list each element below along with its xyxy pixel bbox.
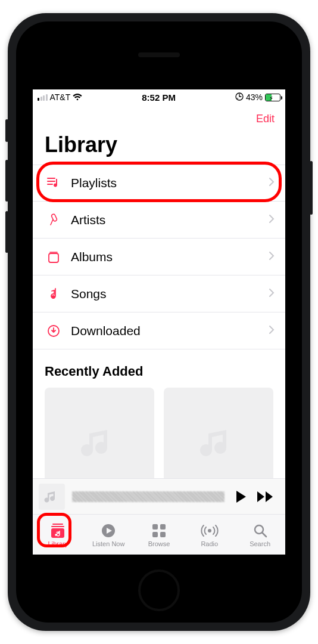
now-playing-title-redacted xyxy=(72,491,225,502)
cellular-signal-icon xyxy=(38,94,48,101)
library-row-songs[interactable]: Songs xyxy=(33,275,285,312)
browse-tab-icon xyxy=(152,522,166,539)
listen-now-tab-icon xyxy=(101,522,116,539)
tab-listen-now[interactable]: Listen Now xyxy=(83,515,134,555)
music-placeholder-icon xyxy=(79,422,120,463)
status-bar: AT&T 8:52 PM 43% ⚡︎ xyxy=(33,89,285,105)
svg-rect-8 xyxy=(152,524,158,530)
tab-search[interactable]: Search xyxy=(235,515,285,555)
row-label: Downloaded xyxy=(71,324,269,338)
library-tab-icon xyxy=(49,522,66,539)
mute-switch xyxy=(5,119,8,142)
search-tab-icon xyxy=(253,522,267,539)
carrier-label: AT&T xyxy=(50,92,71,102)
library-row-artists[interactable]: Artists xyxy=(33,202,285,239)
now-playing-artwork xyxy=(39,484,65,510)
section-header-recently-added: Recently Added xyxy=(33,349,285,388)
tab-label: Library xyxy=(48,540,68,547)
battery-percentage: 43% xyxy=(246,92,263,102)
music-placeholder-icon xyxy=(44,489,60,504)
clock: 8:52 PM xyxy=(142,92,176,103)
volume-down-button xyxy=(5,211,8,253)
svg-rect-11 xyxy=(160,532,166,537)
charging-bolt-icon: ⚡︎ xyxy=(269,94,273,102)
chevron-right-icon xyxy=(269,325,275,337)
playlist-icon xyxy=(45,177,63,190)
power-button xyxy=(310,161,313,215)
music-placeholder-icon xyxy=(198,422,239,463)
downloaded-icon xyxy=(45,324,63,338)
screen: AT&T 8:52 PM 43% ⚡︎ xyxy=(33,89,285,555)
iphone-device-frame: AT&T 8:52 PM 43% ⚡︎ xyxy=(8,13,310,631)
library-list: Playlists Artists xyxy=(33,165,285,349)
svg-point-6 xyxy=(55,534,58,536)
tab-bar: Library Listen Now Browse xyxy=(33,514,285,555)
volume-up-button xyxy=(5,160,8,202)
album-icon xyxy=(45,250,63,264)
tab-browse[interactable]: Browse xyxy=(134,515,185,555)
library-row-albums[interactable]: Albums xyxy=(33,239,285,275)
next-track-button[interactable] xyxy=(257,491,275,503)
svg-rect-2 xyxy=(49,253,58,262)
chevron-right-icon xyxy=(269,214,275,226)
page-title: Library xyxy=(33,132,285,165)
svg-rect-1 xyxy=(51,213,58,221)
svg-point-12 xyxy=(208,529,211,532)
chevron-right-icon xyxy=(269,288,275,300)
artist-icon xyxy=(45,213,63,227)
tab-label: Browse xyxy=(148,540,170,547)
tab-radio[interactable]: Radio xyxy=(184,515,235,555)
battery-icon: ⚡︎ xyxy=(265,94,280,101)
tab-label: Search xyxy=(250,540,270,547)
home-button[interactable] xyxy=(138,569,180,611)
earpiece-speaker xyxy=(138,52,180,57)
play-button[interactable] xyxy=(232,490,250,503)
svg-point-3 xyxy=(52,295,55,299)
row-label: Albums xyxy=(71,250,269,264)
phone-bezel: AT&T 8:52 PM 43% ⚡︎ xyxy=(16,21,302,623)
row-label: Songs xyxy=(71,287,269,301)
chevron-right-icon xyxy=(269,251,275,263)
now-playing-bar[interactable] xyxy=(33,478,285,514)
edit-button[interactable]: Edit xyxy=(256,113,275,125)
tab-label: Listen Now xyxy=(92,540,124,547)
tab-label: Radio xyxy=(201,540,218,547)
orientation-lock-icon xyxy=(235,92,244,103)
library-row-downloaded[interactable]: Downloaded xyxy=(33,312,285,349)
song-icon xyxy=(45,287,63,301)
library-row-playlists[interactable]: Playlists xyxy=(33,165,285,202)
svg-rect-9 xyxy=(160,524,166,530)
radio-tab-icon xyxy=(201,522,219,539)
tab-library[interactable]: Library xyxy=(33,515,83,555)
nav-bar: Edit xyxy=(33,105,285,132)
row-label: Playlists xyxy=(71,176,269,190)
chevron-right-icon xyxy=(269,177,275,189)
row-label: Artists xyxy=(71,213,269,227)
wifi-icon xyxy=(73,94,82,101)
svg-rect-10 xyxy=(152,532,158,537)
